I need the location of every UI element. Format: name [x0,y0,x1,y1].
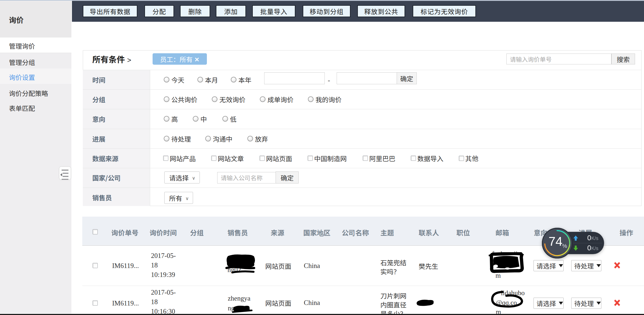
svg-text:0: 0 [587,234,591,242]
svg-text:74: 74 [548,234,562,248]
svg-text:0: 0 [587,244,591,252]
svg-text:K/s: K/s [591,236,598,241]
svg-text:%: % [562,243,567,249]
svg-text:K/s: K/s [591,246,598,251]
